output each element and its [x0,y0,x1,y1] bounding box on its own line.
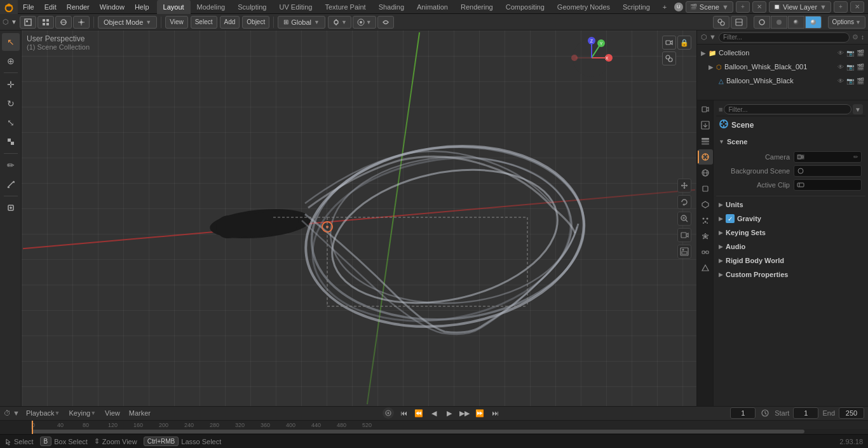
prop-tab-object[interactable] [698,181,713,196]
view-layer-remove-btn[interactable]: ✕ [850,1,864,13]
tab-scripting[interactable]: Scripting [616,0,656,14]
tab-sculpting[interactable]: Sculpting [231,0,273,14]
prop-tab-constraints[interactable] [698,245,713,260]
vp-zoom-btn[interactable] [677,212,691,226]
play-forward-btn[interactable]: ▶▶ [459,407,470,419]
proportional-connected[interactable] [377,16,394,29]
prop-tab-data[interactable] [698,261,713,276]
outliner-sort-btn[interactable]: ↕ [861,34,864,41]
rigid-body-section-header[interactable]: ▶ Rigid Body World [716,254,865,268]
tab-layout[interactable]: Layout [157,0,191,14]
play-back-btn[interactable]: ◀ [428,407,440,419]
transform-selector[interactable]: ⊞ Global ▼ [278,16,325,29]
bg-scene-value[interactable] [794,165,862,177]
timeline-type-selector[interactable]: ⏱ ▼ [4,409,20,417]
select-mode-vertex[interactable] [20,16,36,29]
tab-shading[interactable]: Shading [372,0,410,14]
prop-tab-physics[interactable] [698,229,713,244]
jump-start-btn[interactable]: ⏮ [398,407,409,419]
rendered-shading[interactable] [805,16,822,29]
tab-texture-paint[interactable]: Texture Paint [318,0,372,14]
outliner-item-whisk-001[interactable]: ▶ ⬡ Balloon_Whisk_Black_001 👁 📷 🎬 [705,60,868,74]
jump-end-btn[interactable]: ⏭ [489,407,501,419]
camera-edit-btn[interactable]: ✏ [853,154,858,160]
item2-render-icon[interactable]: 🎬 [857,78,864,85]
tab-animation[interactable]: Animation [410,0,454,14]
start-frame-input[interactable]: 1 [793,407,818,419]
tool-transform[interactable] [2,133,20,151]
tab-compositing[interactable]: Compositing [499,0,551,14]
tab-geometry-nodes[interactable]: Geometry Nodes [551,0,616,14]
current-frame-input[interactable]: 1 [730,407,756,419]
timeline-scrollbar[interactable] [0,429,868,434]
vp-image-btn[interactable] [677,245,691,259]
tool-measure[interactable] [2,175,20,193]
proportional-edit[interactable]: ▼ [353,16,376,29]
camera-value[interactable]: ✏ [794,151,862,163]
tool-move[interactable]: ✛ [2,76,20,93]
audio-section-header[interactable]: ▶ Audio [716,240,865,254]
outliner-type-selector[interactable]: ⬡ ▼ [701,33,716,41]
tool-rotate[interactable]: ↻ [2,95,20,112]
object-menu[interactable]: Object [242,16,269,29]
object-mode-selector[interactable]: Object Mode ▼ [98,16,157,29]
select-mode-face[interactable] [55,16,72,29]
scene-remove-btn[interactable]: ✕ [752,1,766,13]
tool-cursor[interactable]: ⊕ [2,52,20,70]
user-avatar[interactable]: U [674,3,683,11]
item1-camera-icon[interactable]: 📷 [846,64,854,71]
options-btn[interactable]: Options ▼ [828,16,865,29]
xray-btn[interactable] [731,16,747,29]
tab-add[interactable]: + [656,0,673,14]
play-btn[interactable]: ▶ [444,407,455,419]
vp-camera-view-btn[interactable] [677,228,691,242]
outliner-render-icon[interactable]: 🎬 [857,50,864,57]
vp-rotate-btn[interactable] [677,195,691,209]
item2-eye-icon[interactable]: 👁 [837,78,844,85]
editor-type[interactable]: ⬡ ▼ [3,18,17,26]
item1-render-icon[interactable]: 🎬 [857,64,864,71]
outliner-camera-icon[interactable]: 📷 [846,50,854,57]
menu-window[interactable]: Window [95,0,130,14]
prop-tab-view-layer[interactable] [698,133,713,149]
props-display-mode[interactable]: ≡ [719,105,722,113]
outliner-search[interactable] [719,32,850,43]
timeline-scrollbar-thumb[interactable] [32,430,804,433]
vp-transform-btn[interactable] [677,179,691,193]
tool-scale[interactable]: ⤡ [2,114,20,132]
prop-tab-world[interactable] [698,165,713,180]
solid-shading[interactable] [771,16,787,29]
props-search[interactable] [724,104,851,114]
scene-section-header[interactable]: ▼ Scene [716,135,865,149]
vp-lock-btn[interactable]: 🔒 [677,36,691,50]
jump-prev-keyframe-btn[interactable]: ⏪ [413,407,424,419]
sync-mode-btn[interactable] [383,407,394,419]
view-menu-tl[interactable]: View [102,407,123,419]
wireframe-shading[interactable] [754,16,770,29]
overlay-btn[interactable] [713,16,729,29]
tool-add[interactable] [2,199,20,217]
vp-camera-btn[interactable] [662,36,676,50]
tab-modeling[interactable]: Modeling [191,0,232,14]
menu-help[interactable]: Help [130,0,154,14]
tab-rendering[interactable]: Rendering [454,0,499,14]
menu-file[interactable]: File [18,0,39,14]
snap-toggle[interactable]: ▼ [328,16,351,29]
tool-select[interactable]: ↖ [2,33,20,51]
menu-render[interactable]: Render [62,0,95,14]
item1-eye-icon[interactable]: 👁 [837,64,844,71]
outliner-item-whisk-mesh[interactable]: △ Balloon_Whisk_Black 👁 📷 🎬 [712,74,868,88]
prop-tab-scene[interactable] [698,149,713,165]
keying-sets-section-header[interactable]: ▶ Keying Sets [716,226,865,240]
transform-pivot[interactable] [73,16,90,29]
marker-menu[interactable]: Marker [126,407,153,419]
units-section-header[interactable]: ▶ Units [716,198,865,212]
material-shading[interactable] [788,16,804,29]
tool-annotate[interactable]: ✏ [2,156,20,174]
scene-selector[interactable]: 🎬 Scene ▼ [686,1,733,13]
add-menu[interactable]: Add [220,16,240,29]
view-layer-add-btn[interactable]: + [834,1,848,13]
prop-tab-modifiers[interactable] [698,197,713,212]
item2-camera-icon[interactable]: 📷 [846,78,854,85]
playhead[interactable] [32,421,33,434]
